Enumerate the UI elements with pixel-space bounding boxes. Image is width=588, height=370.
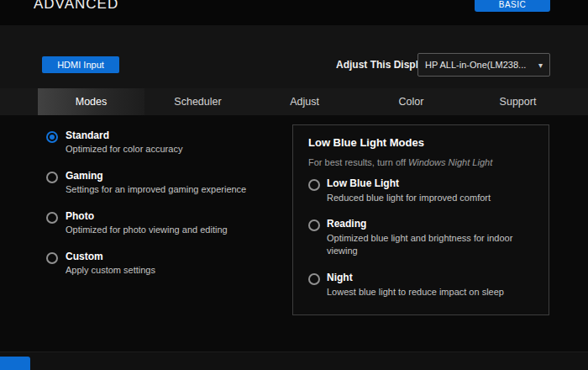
tab-support[interactable]: Support <box>465 88 571 115</box>
option-reading-label: Reading <box>327 218 366 230</box>
mode-photo-desc: Optimized for photo viewing and editing <box>66 225 228 235</box>
tab-modes[interactable]: Modes <box>38 88 144 115</box>
footer-corner-button[interactable] <box>0 357 30 370</box>
low-blue-light-panel: Low Blue Light Modes For best results, t… <box>292 124 549 315</box>
option-night-label: Night <box>327 272 353 283</box>
mode-custom-label: Custom <box>66 251 103 262</box>
tab-adjust[interactable]: Adjust <box>251 88 358 115</box>
radio-low-blue-light[interactable] <box>308 179 320 191</box>
display-control-window: ADVANCED BASIC HDMI Input Adjust This Di… <box>0 0 588 370</box>
footer-bar <box>0 352 588 370</box>
mode-photo-label: Photo <box>66 210 94 222</box>
mode-gaming-label: Gaming <box>66 170 103 182</box>
radio-standard[interactable] <box>46 131 58 143</box>
subtitle-windows-night-light: Windows Night Light <box>408 157 492 167</box>
hdmi-input-button[interactable]: HDMI Input <box>42 56 119 73</box>
modes-content: Standard Optimized for color accuracy Ga… <box>0 115 588 352</box>
mode-standard-label: Standard <box>66 130 109 141</box>
mode-standard-desc: Optimized for color accuracy <box>66 144 182 154</box>
low-blue-light-subtitle: For best results, turn off Windows Night… <box>308 157 492 167</box>
display-select-value: HP ALL-in-One(LM238... <box>425 60 535 70</box>
radio-photo[interactable] <box>46 212 58 224</box>
adjust-this-display-label: Adjust This Display <box>336 59 429 71</box>
chevron-down-icon: ▾ <box>538 61 543 70</box>
top-bar: ADVANCED BASIC <box>0 0 588 25</box>
tab-color[interactable]: Color <box>358 88 465 115</box>
mode-custom-desc: Apply custom settings <box>66 265 155 275</box>
low-blue-light-title: Low Blue Light Modes <box>308 136 424 149</box>
option-low-blue-light-label: Low Blue Light <box>327 177 399 189</box>
tab-bar: Modes Scheduler Adjust Color Support <box>0 88 588 115</box>
radio-reading[interactable] <box>308 219 320 231</box>
radio-custom[interactable] <box>46 252 58 264</box>
option-night-desc: Lowest blue light to reduce impact on sl… <box>327 286 530 299</box>
tab-scheduler[interactable]: Scheduler <box>144 88 251 115</box>
display-select-dropdown[interactable]: HP ALL-in-One(LM238... ▾ <box>417 53 550 77</box>
radio-night[interactable] <box>308 273 320 285</box>
basic-mode-button[interactable]: BASIC <box>475 0 550 12</box>
sub-header: HDMI Input Adjust This Display HP ALL-in… <box>0 25 588 88</box>
option-low-blue-light-desc: Reduced blue light for improved comfort <box>327 192 530 204</box>
radio-gaming[interactable] <box>46 172 58 183</box>
page-title: ADVANCED <box>34 0 118 13</box>
subtitle-prefix: For best results, turn off <box>308 157 408 167</box>
mode-gaming-desc: Settings for an improved gaming experien… <box>66 184 246 194</box>
option-reading-desc: Optimized blue light and brightness for … <box>327 232 530 257</box>
